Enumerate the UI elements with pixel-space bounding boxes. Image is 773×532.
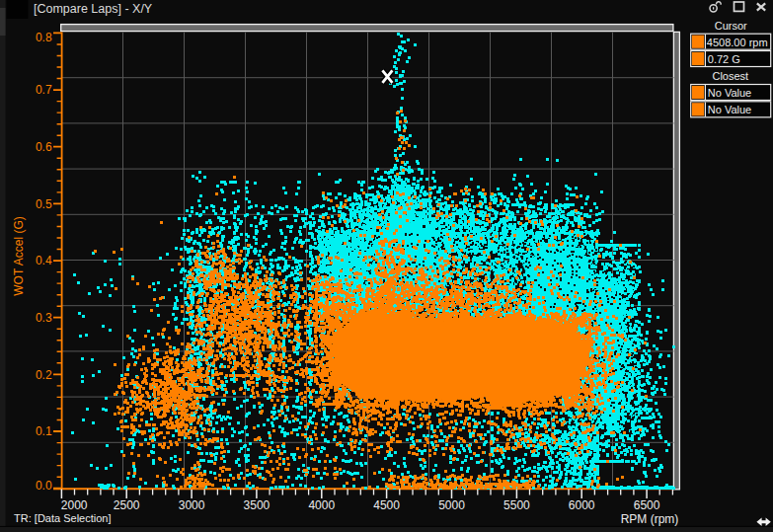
svg-text:[Compare Laps] - X/Y: [Compare Laps] - X/Y [34, 2, 153, 16]
svg-text:No Value: No Value [708, 87, 751, 99]
svg-text:3000: 3000 [179, 498, 205, 512]
svg-text:0.5: 0.5 [36, 197, 52, 211]
svg-text:3500: 3500 [244, 498, 271, 512]
svg-text:6500: 6500 [634, 498, 660, 512]
svg-text:0.1: 0.1 [36, 424, 52, 438]
svg-text:6000: 6000 [569, 498, 595, 512]
svg-text:0.8: 0.8 [36, 31, 52, 44]
svg-text:4500: 4500 [373, 498, 400, 512]
svg-text:0.0: 0.0 [36, 479, 52, 493]
svg-text:0.2: 0.2 [36, 368, 52, 382]
svg-text:Closest: Closest [712, 70, 748, 82]
svg-text:0.3: 0.3 [36, 311, 52, 325]
svg-text:0.7: 0.7 [36, 83, 52, 97]
svg-text:2500: 2500 [114, 498, 140, 512]
svg-text:2000: 2000 [61, 498, 88, 512]
svg-text:WOT Accel (G): WOT Accel (G) [12, 216, 26, 295]
svg-text:No Value: No Value [708, 104, 751, 115]
svg-text:5000: 5000 [438, 498, 465, 512]
svg-text:5500: 5500 [503, 498, 530, 512]
svg-text:0.6: 0.6 [36, 140, 52, 154]
svg-text:0.72 G: 0.72 G [708, 53, 740, 65]
svg-text:0.4: 0.4 [36, 254, 52, 267]
svg-text:RPM (rpm): RPM (rpm) [621, 512, 679, 526]
svg-text:Cursor: Cursor [715, 20, 747, 32]
svg-text:4000: 4000 [308, 498, 335, 512]
svg-text:4508.00 rpm: 4508.00 rpm [707, 37, 768, 48]
svg-text:TR: [Data Selection]: TR: [Data Selection] [14, 512, 111, 524]
